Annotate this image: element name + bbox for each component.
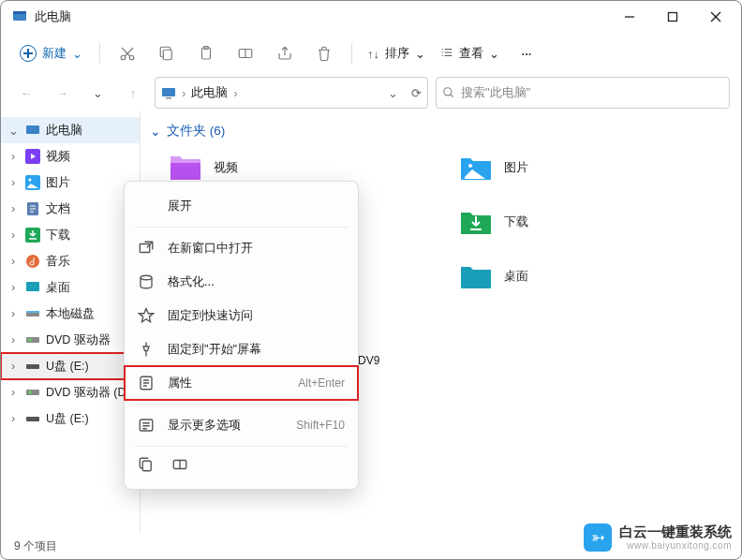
pc-icon: [25, 123, 40, 138]
sidebar-item-videos[interactable]: ›视频: [1, 143, 140, 169]
sidebar-item-label: 本地磁盘: [46, 306, 95, 322]
back-button[interactable]: ←: [12, 79, 40, 107]
tile-label: 桌面: [504, 268, 528, 285]
sidebar-item-music[interactable]: ›音乐: [1, 248, 140, 274]
svg-rect-24: [26, 311, 39, 313]
watermark-icon: ➳: [584, 523, 612, 552]
up-button[interactable]: ↑: [119, 79, 147, 107]
dvd-icon: [25, 332, 40, 347]
svg-rect-13: [166, 97, 171, 99]
svg-point-6: [121, 55, 126, 60]
forward-button[interactable]: →: [48, 79, 76, 107]
delete-button[interactable]: [306, 38, 342, 68]
usb-icon: [25, 411, 40, 426]
sidebar-item-downloads[interactable]: ›下载: [1, 222, 140, 248]
svg-rect-3: [669, 13, 677, 22]
crumb-chevron-icon[interactable]: ›: [233, 86, 237, 100]
more-icon: [138, 417, 155, 434]
share-button[interactable]: [267, 38, 303, 68]
ctx-format[interactable]: 格式化...: [125, 265, 358, 299]
new-button[interactable]: 新建 ⌄: [12, 41, 90, 66]
minimize-button[interactable]: [608, 2, 651, 32]
view-label: 查看: [459, 45, 483, 62]
sidebar-item-usb-e[interactable]: ›U盘 (E:): [1, 405, 140, 432]
svg-rect-34: [140, 244, 150, 253]
title-bar: 此电脑: [1, 1, 741, 33]
disk-icon: [25, 306, 40, 321]
ctx-properties[interactable]: 属性Alt+Enter: [125, 366, 358, 400]
sidebar-item-documents[interactable]: ›文档: [1, 196, 140, 222]
maximize-button[interactable]: [651, 2, 694, 32]
svg-rect-27: [26, 364, 39, 369]
ctx-label: 展开: [168, 198, 345, 214]
close-button[interactable]: [694, 2, 737, 32]
video-folder-icon: [169, 151, 202, 184]
ctx-pin-start[interactable]: 固定到"开始"屏幕: [125, 332, 358, 366]
sidebar-item-label: DVD 驱动器 (D:: [46, 385, 129, 401]
svg-rect-8: [163, 50, 171, 60]
sidebar-item-label: 图片: [46, 175, 70, 191]
cut-button[interactable]: [110, 38, 145, 68]
ctx-shortcut: Alt+Enter: [298, 376, 345, 390]
ctx-label: 属性: [168, 375, 285, 391]
sidebar-item-local-disk[interactable]: ›本地磁盘: [1, 301, 140, 327]
plus-icon: [20, 45, 37, 62]
toolbar: 新建 ⌄ ↑↓ 排序 ⌄ 查看 ⌄ ···: [1, 33, 741, 74]
address-bar[interactable]: › 此电脑 › ⌄ ⟳: [155, 77, 428, 109]
more-button[interactable]: ···: [509, 38, 544, 68]
view-button[interactable]: 查看 ⌄: [435, 45, 505, 62]
recent-button[interactable]: ⌄: [83, 79, 111, 107]
svg-point-7: [129, 55, 134, 60]
sidebar-item-label: U盘 (E:): [46, 359, 89, 375]
watermark: ➳ 白云一键重装系统 www.baiyunxitong.com: [584, 523, 732, 552]
search-icon: [442, 86, 455, 99]
crumb-chevron-icon[interactable]: ›: [182, 86, 186, 100]
properties-icon: [138, 375, 155, 391]
download-folder-icon: [459, 205, 493, 239]
watermark-url: www.baiyunxitong.com: [619, 540, 732, 552]
chevron-down-icon: ⌄: [72, 47, 82, 61]
desktop-icon: [25, 280, 40, 295]
star-icon: [138, 307, 155, 324]
copy-button[interactable]: [149, 38, 185, 68]
folder-tile-pictures[interactable]: 图片: [459, 151, 703, 184]
folder-tile-videos[interactable]: 视频: [169, 151, 412, 184]
context-menu: 展开 在新窗口中打开 格式化... 固定到快速访问 固定到"开始"屏幕 属性Al…: [124, 181, 359, 490]
music-icon: [25, 254, 40, 269]
sidebar-item-this-pc[interactable]: ⌄此电脑: [1, 117, 140, 143]
rename-button[interactable]: [228, 38, 263, 68]
tile-label: 图片: [504, 159, 528, 176]
watermark-title: 白云一键重装系统: [619, 523, 732, 540]
paste-button[interactable]: [188, 38, 224, 68]
sidebar-item-label: 下载: [46, 228, 70, 243]
sidebar-item-desktop[interactable]: ›桌面: [1, 274, 140, 301]
folder-tile-downloads[interactable]: 下载: [459, 205, 703, 239]
sidebar-item-dvd-d[interactable]: ›DVD 驱动器 (D:: [1, 379, 140, 405]
chevron-down-icon: ⌄: [489, 47, 499, 61]
sidebar-item-label: 视频: [46, 149, 70, 165]
address-row: ← → ⌄ ↑ › 此电脑 › ⌄ ⟳ 搜索"此电脑": [1, 74, 741, 111]
ctx-rename-icon[interactable]: [171, 456, 188, 476]
download-icon: [25, 228, 40, 243]
sidebar-item-label: U盘 (E:): [46, 411, 89, 427]
svg-point-35: [141, 275, 152, 280]
ctx-show-more[interactable]: 显示更多选项Shift+F10: [125, 408, 358, 442]
sort-button[interactable]: ↑↓ 排序 ⌄: [362, 45, 431, 62]
tile-label: 视频: [214, 159, 238, 176]
breadcrumb-root[interactable]: 此电脑: [191, 84, 228, 101]
ctx-label: 固定到"开始"屏幕: [168, 341, 345, 358]
ctx-expand[interactable]: 展开: [125, 189, 358, 223]
ctx-pin-quick[interactable]: 固定到快速访问: [125, 299, 358, 332]
folder-header[interactable]: ⌄ 文件夹 (6): [150, 123, 735, 140]
dropdown-icon[interactable]: ⌄: [388, 86, 398, 100]
document-icon: [25, 201, 40, 216]
ctx-open-new-window[interactable]: 在新窗口中打开: [125, 231, 358, 265]
sidebar-item-usb[interactable]: ›U盘 (E:): [1, 353, 140, 379]
sidebar-item-pictures[interactable]: ›图片: [1, 169, 140, 196]
folder-tile-desktop[interactable]: 桌面: [459, 259, 703, 293]
search-input[interactable]: 搜索"此电脑": [436, 77, 730, 109]
sidebar-item-dvd[interactable]: ›DVD 驱动器: [1, 327, 140, 353]
sort-label: 排序: [385, 45, 409, 62]
ctx-copy-icon[interactable]: [138, 456, 155, 476]
refresh-icon[interactable]: ⟳: [411, 86, 422, 100]
